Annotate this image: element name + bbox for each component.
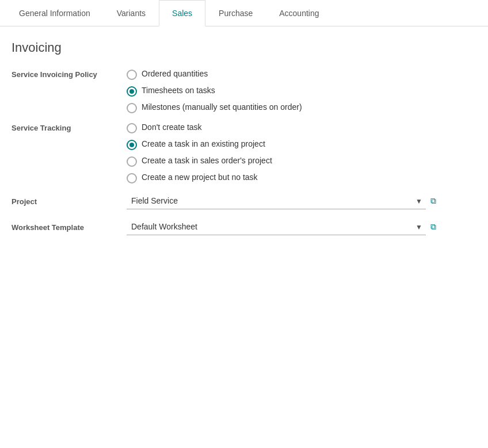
invoicing-section-title: Invoicing bbox=[12, 40, 476, 55]
radio-task-existing-project-label: Create a task in an existing project bbox=[142, 139, 265, 148]
tab-bar: General Information Variants Sales Purch… bbox=[0, 0, 488, 26]
service-invoicing-policy-row: Service Invoicing Policy Ordered quantit… bbox=[12, 69, 476, 113]
project-select[interactable]: Field Service Internal Project Support bbox=[127, 193, 426, 209]
service-tracking-row: Service Tracking Don't create task Creat… bbox=[12, 122, 476, 183]
radio-new-project-no-task-input[interactable] bbox=[127, 173, 137, 183]
radio-ordered-quantities-input[interactable] bbox=[127, 70, 137, 80]
radio-task-sales-project[interactable]: Create a task in sales order's project bbox=[127, 156, 476, 167]
tab-sales[interactable]: Sales bbox=[159, 0, 205, 26]
service-tracking-group: Don't create task Create a task in an ex… bbox=[127, 122, 476, 183]
radio-timesheets-on-tasks[interactable]: Timesheets on tasks bbox=[127, 86, 476, 97]
radio-task-sales-project-input[interactable] bbox=[127, 156, 137, 167]
radio-task-existing-project[interactable]: Create a task in an existing project bbox=[127, 139, 476, 150]
radio-new-project-no-task[interactable]: Create a new project but no task bbox=[127, 173, 476, 183]
worksheet-external-link-icon[interactable]: ⧉ bbox=[430, 222, 436, 232]
service-invoicing-policy-control: Ordered quantities Timesheets on tasks M… bbox=[127, 69, 476, 113]
radio-dont-create-task-input[interactable] bbox=[127, 123, 137, 133]
tabs-container: General Information Variants Sales Purch… bbox=[0, 0, 488, 26]
project-select-wrapper: Field Service Internal Project Support ▼ bbox=[127, 193, 426, 209]
service-tracking-label: Service Tracking bbox=[12, 122, 127, 132]
project-control: Field Service Internal Project Support ▼… bbox=[127, 193, 476, 209]
tab-general-information[interactable]: General Information bbox=[6, 0, 104, 26]
service-tracking-control: Don't create task Create a task in an ex… bbox=[127, 122, 476, 183]
radio-milestones-label: Milestones (manually set quantities on o… bbox=[142, 102, 302, 112]
project-row: Project Field Service Internal Project S… bbox=[12, 193, 476, 209]
radio-task-sales-project-label: Create a task in sales order's project bbox=[142, 156, 272, 165]
project-label: Project bbox=[12, 196, 127, 206]
worksheet-select-row: Default Worksheet Custom Worksheet ▼ ⧉ bbox=[127, 219, 476, 235]
tab-accounting[interactable]: Accounting bbox=[266, 0, 332, 26]
project-external-link-icon[interactable]: ⧉ bbox=[430, 196, 436, 206]
worksheet-template-label: Worksheet Template bbox=[12, 222, 127, 232]
tab-content-sales: Invoicing Service Invoicing Policy Order… bbox=[0, 26, 488, 258]
radio-dont-create-task-label: Don't create task bbox=[142, 122, 202, 132]
service-invoicing-policy-group: Ordered quantities Timesheets on tasks M… bbox=[127, 69, 476, 113]
worksheet-template-row: Worksheet Template Default Worksheet Cus… bbox=[12, 219, 476, 235]
radio-timesheets-on-tasks-label: Timesheets on tasks bbox=[142, 86, 215, 95]
radio-timesheets-on-tasks-input[interactable] bbox=[127, 86, 137, 97]
tab-purchase[interactable]: Purchase bbox=[205, 0, 266, 26]
worksheet-template-control: Default Worksheet Custom Worksheet ▼ ⧉ bbox=[127, 219, 476, 235]
radio-milestones-input[interactable] bbox=[127, 103, 137, 113]
worksheet-select-wrapper: Default Worksheet Custom Worksheet ▼ bbox=[127, 219, 426, 235]
radio-milestones[interactable]: Milestones (manually set quantities on o… bbox=[127, 102, 476, 113]
radio-ordered-quantities[interactable]: Ordered quantities bbox=[127, 69, 476, 80]
radio-new-project-no-task-label: Create a new project but no task bbox=[142, 173, 258, 182]
project-select-row: Field Service Internal Project Support ▼… bbox=[127, 193, 476, 209]
radio-task-existing-project-input[interactable] bbox=[127, 140, 137, 150]
service-invoicing-policy-label: Service Invoicing Policy bbox=[12, 69, 127, 79]
radio-ordered-quantities-label: Ordered quantities bbox=[142, 69, 208, 78]
worksheet-select[interactable]: Default Worksheet Custom Worksheet bbox=[127, 219, 426, 235]
radio-dont-create-task[interactable]: Don't create task bbox=[127, 122, 476, 133]
tab-variants[interactable]: Variants bbox=[104, 0, 159, 26]
